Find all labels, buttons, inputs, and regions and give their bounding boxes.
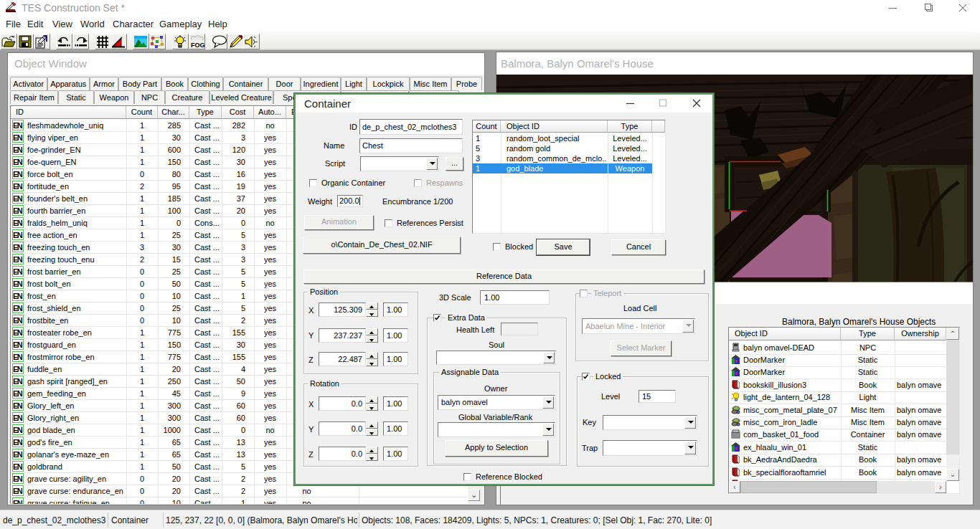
svg-text:FOG: FOG xyxy=(191,42,205,49)
